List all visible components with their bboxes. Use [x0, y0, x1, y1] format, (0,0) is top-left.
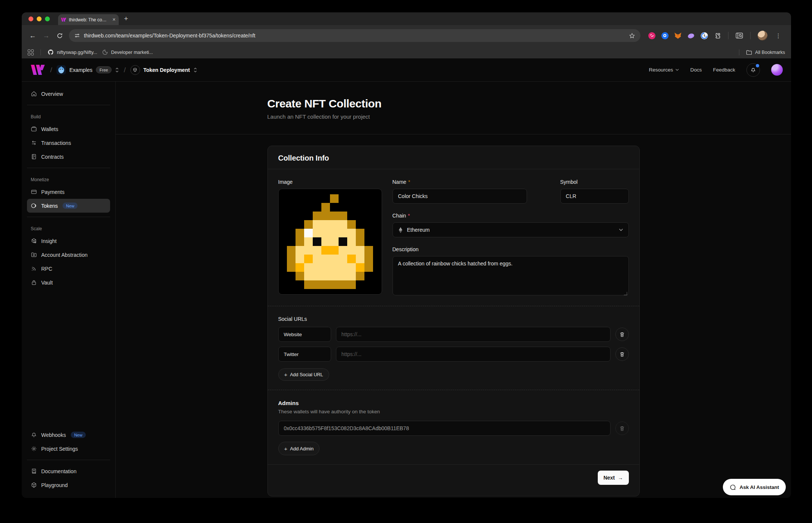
ask-ai-assistant-button[interactable]: Ask AI Assistant: [723, 479, 786, 495]
close-window-button[interactable]: [28, 16, 33, 21]
metamask-icon[interactable]: [674, 32, 682, 39]
admin-row: [278, 421, 629, 436]
browser-tab[interactable]: thirdweb: The complete web3 ✕: [58, 14, 119, 25]
all-bookmarks-button[interactable]: All Bookmarks: [746, 50, 785, 55]
collection-image-upload[interactable]: [278, 189, 382, 295]
apps-grid-icon[interactable]: [28, 49, 34, 55]
sidebar-group-build: Build: [31, 114, 110, 119]
thirdweb-logo[interactable]: [30, 65, 46, 75]
chain-group: Chain* Ethereum: [393, 213, 629, 237]
minimize-window-button[interactable]: [37, 16, 42, 21]
browser-profile-avatar[interactable]: [758, 31, 767, 40]
content-area: Collection Info Image: [116, 134, 791, 498]
sidebar-item-rpc[interactable]: RPC: [27, 262, 110, 276]
rpc-signal-icon: [31, 265, 37, 272]
arrow-right-icon: →: [618, 475, 623, 481]
forward-button[interactable]: →: [40, 30, 52, 41]
sidebar-item-contracts[interactable]: Contracts: [27, 150, 110, 164]
sidebar-item-insight[interactable]: Insight: [27, 234, 110, 248]
add-social-url-button[interactable]: + Add Social URL: [278, 368, 329, 381]
social-url-input[interactable]: [336, 347, 610, 362]
breadcrumb-project[interactable]: Token Deployment: [130, 65, 197, 75]
sidebar-divider: [27, 460, 110, 460]
bookmark-star-icon[interactable]: [629, 33, 635, 39]
bookmarks-divider: [40, 49, 41, 55]
sidebar-item-account-abstraction[interactable]: Account Abstraction: [27, 248, 110, 262]
sidebar-group-scale: Scale: [31, 226, 110, 231]
card-footer: Next →: [268, 464, 639, 496]
extension-purple-icon[interactable]: [687, 32, 695, 39]
extension-clock-icon[interactable]: [700, 32, 708, 39]
social-platform-select[interactable]: Twitter: [278, 347, 331, 362]
sidebar-item-tokens[interactable]: Tokens New: [27, 199, 110, 213]
extension-blue-icon[interactable]: [661, 32, 669, 39]
next-button[interactable]: Next →: [598, 471, 628, 485]
symbol-label: Symbol: [560, 179, 629, 185]
resources-menu[interactable]: Resources: [649, 67, 679, 73]
sidebar-item-vault[interactable]: Vault: [27, 276, 110, 289]
tab-search-icon[interactable]: [736, 32, 743, 39]
plan-badge: Free: [96, 66, 112, 73]
site-settings-icon[interactable]: [74, 33, 80, 39]
breadcrumb-separator: /: [50, 66, 52, 74]
reload-button[interactable]: [54, 30, 65, 41]
maximize-window-button[interactable]: [45, 16, 50, 21]
page-title: Create NFT Collection: [267, 97, 640, 110]
sidebar-item-transactions[interactable]: Transactions: [27, 136, 110, 150]
add-admin-button[interactable]: + Add Admin: [278, 442, 320, 455]
team-switcher-chevrons-icon[interactable]: [115, 67, 119, 73]
project-switcher-chevrons-icon[interactable]: [193, 67, 197, 73]
breadcrumb-team[interactable]: Examples Free: [57, 65, 119, 75]
account-abstraction-icon: [31, 252, 37, 258]
url-bar[interactable]: thirdweb.com/team/examples/Token-Deploym…: [69, 29, 640, 42]
extensions-puzzle-icon[interactable]: [713, 32, 721, 39]
sidebar-item-payments[interactable]: Payments: [27, 185, 110, 199]
social-url-row: Twitter: [278, 347, 629, 362]
bookmark-developer-marketing[interactable]: Developer marketi...: [102, 49, 153, 55]
extensions-row: ⋮: [646, 31, 786, 40]
new-badge: New: [71, 432, 86, 438]
description-textarea[interactable]: A collection of rainbow chicks hatched f…: [393, 256, 629, 295]
chain-label: Chain: [393, 213, 406, 219]
tab-close-icon[interactable]: ✕: [112, 18, 116, 22]
browser-menu-icon[interactable]: ⋮: [773, 32, 784, 39]
card-header: Collection Info: [268, 146, 639, 169]
name-input[interactable]: [393, 189, 527, 204]
social-platform-select[interactable]: Website: [278, 327, 331, 342]
remove-social-url-button[interactable]: [615, 328, 629, 341]
card-title: Collection Info: [278, 154, 629, 162]
admin-address-input[interactable]: [278, 421, 610, 436]
sidebar-item-webhooks[interactable]: Webhooks New: [27, 428, 110, 442]
sidebar-item-overview[interactable]: Overview: [27, 87, 110, 101]
token-coin-icon: [31, 203, 37, 209]
remove-social-url-button[interactable]: [615, 347, 629, 361]
remove-admin-button[interactable]: [615, 422, 629, 435]
bookmark-niftyswap[interactable]: niftyswap.gg/Nifty...: [48, 49, 97, 55]
notification-dot: [756, 64, 759, 67]
plus-icon: +: [284, 446, 288, 452]
trash-icon: [619, 332, 625, 337]
sidebar-item-playground[interactable]: Playground: [27, 478, 110, 492]
sidebar-item-project-settings[interactable]: Project Settings: [27, 442, 110, 456]
sidebar-group-monetize: Monetize: [31, 177, 110, 182]
extension-pink-icon[interactable]: [648, 32, 655, 39]
account-avatar[interactable]: [771, 64, 783, 76]
wallet-icon: [31, 126, 37, 132]
feedback-link[interactable]: Feedback: [713, 67, 735, 73]
sidebar-item-wallets[interactable]: Wallets: [27, 122, 110, 136]
new-tab-button[interactable]: +: [124, 15, 128, 23]
social-url-input[interactable]: [336, 327, 610, 342]
window-controls: [28, 16, 50, 21]
back-button[interactable]: ←: [27, 30, 38, 41]
sidebar-item-documentation[interactable]: Documentation: [27, 464, 110, 478]
github-icon: [48, 49, 54, 55]
notifications-button[interactable]: [746, 63, 760, 77]
symbol-input[interactable]: [560, 189, 629, 204]
contract-icon: [31, 153, 37, 160]
social-urls-section: Social URLs Website Twitter + Add Soci: [268, 306, 639, 390]
collection-info-section: Image Name*: [268, 169, 639, 306]
transactions-icon: [31, 140, 37, 146]
docs-link[interactable]: Docs: [690, 67, 702, 73]
trash-icon: [619, 426, 625, 431]
chain-select[interactable]: Ethereum: [393, 222, 629, 237]
